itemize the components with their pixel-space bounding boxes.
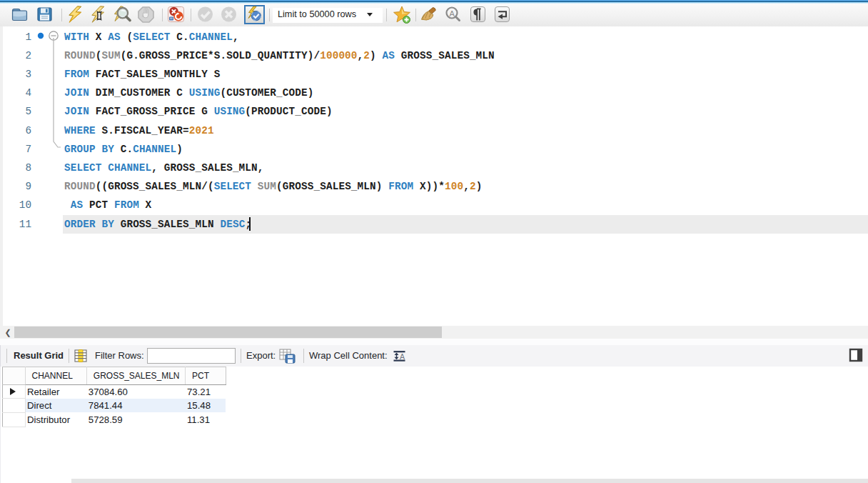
svg-text:A: A <box>400 352 405 361</box>
svg-text:A: A <box>450 9 455 18</box>
